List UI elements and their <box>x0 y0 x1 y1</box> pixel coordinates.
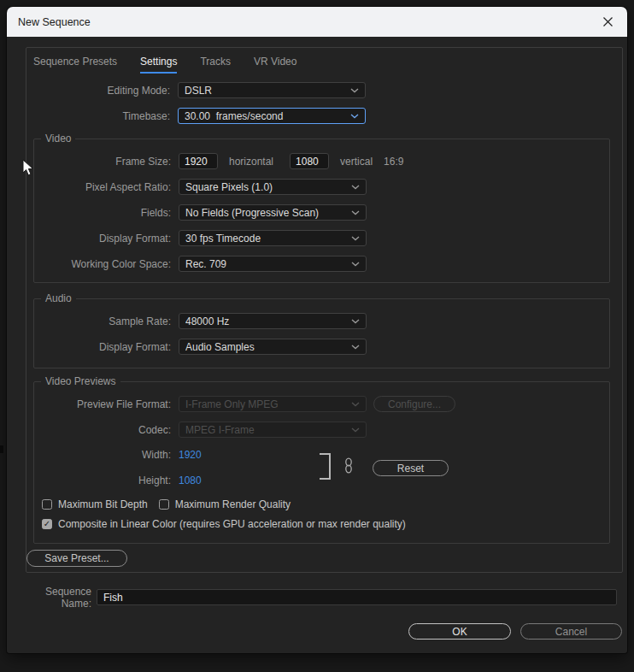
timebase-row: Timebase: 30.00 frames/second <box>27 108 621 124</box>
aspect-ratio-value: 16:9 <box>384 156 403 168</box>
reset-button[interactable]: Reset <box>373 460 449 476</box>
audio-display-format-label: Display Format: <box>35 341 171 353</box>
sequence-name-label: Sequence Name: <box>17 586 91 610</box>
frame-size-row: Frame Size: horizontal vertical 16:9 <box>35 153 608 169</box>
tab-tracks[interactable]: Tracks <box>200 56 231 74</box>
fields-row: Fields: No Fields (Progressive Scan) <box>35 204 608 221</box>
codec-dropdown: MPEG I-Frame <box>179 421 367 438</box>
codec-row: Codec: MPEG I-Frame <box>35 421 608 438</box>
frame-height-input[interactable] <box>290 153 329 169</box>
chevron-down-icon <box>351 185 360 190</box>
working-color-space-label: Working Color Space: <box>35 258 171 270</box>
chevron-down-icon <box>351 236 360 241</box>
video-display-format-dropdown[interactable]: 30 fps Timecode <box>179 230 367 246</box>
pixel-aspect-ratio-dropdown[interactable]: Square Pixels (1.0) <box>179 179 367 195</box>
video-display-format-label: Display Format: <box>35 233 171 245</box>
sequence-name-row: Sequence Name: <box>17 589 617 605</box>
save-preset-button[interactable]: Save Preset... <box>26 550 127 567</box>
editing-mode-row: Editing Mode: DSLR <box>27 82 621 98</box>
audio-group: Audio Sample Rate: 48000 Hz Display Form… <box>33 298 610 368</box>
max-render-quality-option: Maximum Render Quality <box>159 498 291 510</box>
preview-file-format-dropdown: I-Frame Only MPEG <box>179 396 367 412</box>
working-color-space-dropdown[interactable]: Rec. 709 <box>179 256 367 272</box>
fields-dropdown[interactable]: No Fields (Progressive Scan) <box>179 204 367 221</box>
audio-group-legend: Audio <box>41 292 76 305</box>
editing-mode-label: Editing Mode: <box>27 85 170 97</box>
quality-checkbox-row: Maximum Bit Depth Maximum Render Quality <box>35 498 608 510</box>
composite-linear-label: Composite in Linear Color (requires GPU … <box>58 518 406 530</box>
pixel-aspect-ratio-row: Pixel Aspect Ratio: Square Pixels (1.0) <box>35 179 608 195</box>
chevron-down-icon <box>350 88 359 93</box>
dialog-titlebar[interactable]: New Sequence <box>7 7 627 37</box>
configure-button: Configure... <box>373 396 455 412</box>
settings-panel: Sequence Presets Settings Tracks VR Vide… <box>26 47 623 573</box>
composite-linear-option: ✓ Composite in Linear Color (requires GP… <box>42 518 406 530</box>
chevron-down-icon <box>351 427 360 433</box>
max-render-quality-label: Maximum Render Quality <box>175 498 291 510</box>
max-bit-depth-option: Maximum Bit Depth <box>42 498 148 510</box>
dialog-title: New Sequence <box>18 16 91 28</box>
max-bit-depth-label: Maximum Bit Depth <box>58 498 148 510</box>
preview-height-label: Height: <box>35 475 171 486</box>
vertical-label: vertical <box>340 156 373 168</box>
link-bracket <box>320 453 331 480</box>
timebase-dropdown[interactable]: 30.00 frames/second <box>178 108 366 124</box>
composite-linear-row: ✓ Composite in Linear Color (requires GP… <box>35 518 608 530</box>
audio-display-format-dropdown[interactable]: Audio Samples <box>179 339 367 355</box>
working-color-space-row: Working Color Space: Rec. 709 <box>35 256 608 272</box>
codec-label: Codec: <box>35 424 171 436</box>
chevron-down-icon <box>350 114 359 119</box>
fields-label: Fields: <box>35 207 171 219</box>
sample-rate-label: Sample Rate: <box>35 315 171 327</box>
sequence-name-input[interactable] <box>97 589 617 605</box>
composite-linear-checkbox[interactable]: ✓ <box>42 519 52 529</box>
tab-sequence-presets[interactable]: Sequence Presets <box>33 56 117 74</box>
preview-width-value[interactable]: 1920 <box>179 449 202 461</box>
frame-width-input[interactable] <box>179 153 218 169</box>
video-previews-group: Video Previews Preview File Format: I-Fr… <box>33 381 610 544</box>
video-group: Video Frame Size: horizontal vertical 16… <box>33 139 610 283</box>
timebase-label: Timebase: <box>27 110 170 122</box>
tab-vr-video[interactable]: VR Video <box>254 56 296 74</box>
close-icon[interactable] <box>599 14 616 31</box>
preview-height-value[interactable]: 1080 <box>179 475 202 486</box>
new-sequence-dialog: New Sequence Sequence Presets Settings T… <box>7 7 627 653</box>
chevron-down-icon <box>351 262 360 267</box>
tab-bar: Sequence Presets Settings Tracks VR Vide… <box>33 56 296 74</box>
cancel-button[interactable]: Cancel <box>520 623 622 640</box>
video-display-format-row: Display Format: 30 fps Timecode <box>35 230 608 246</box>
editing-mode-dropdown[interactable]: DSLR <box>178 82 366 98</box>
chevron-down-icon <box>351 319 360 324</box>
video-group-legend: Video <box>41 133 75 145</box>
preview-file-format-label: Preview File Format: <box>35 398 171 410</box>
audio-display-format-row: Display Format: Audio Samples <box>35 339 608 355</box>
max-bit-depth-checkbox[interactable] <box>42 499 52 510</box>
preview-file-format-row: Preview File Format: I-Frame Only MPEG C… <box>35 396 608 412</box>
preview-width-label: Width: <box>35 449 171 461</box>
ok-button[interactable]: OK <box>408 623 511 640</box>
max-render-quality-checkbox[interactable] <box>159 499 169 510</box>
chevron-down-icon <box>351 402 360 407</box>
tab-settings[interactable]: Settings <box>140 56 177 74</box>
video-previews-group-legend: Video Previews <box>41 375 120 388</box>
frame-size-label: Frame Size: <box>35 156 171 168</box>
desktop-artifact <box>0 445 3 453</box>
pixel-aspect-ratio-label: Pixel Aspect Ratio: <box>35 181 171 193</box>
chevron-down-icon <box>351 210 360 215</box>
horizontal-label: horizontal <box>229 156 273 168</box>
chevron-down-icon <box>351 345 360 350</box>
sample-rate-row: Sample Rate: 48000 Hz <box>35 313 608 329</box>
sample-rate-dropdown[interactable]: 48000 Hz <box>179 313 367 329</box>
link-icon[interactable] <box>343 457 354 476</box>
